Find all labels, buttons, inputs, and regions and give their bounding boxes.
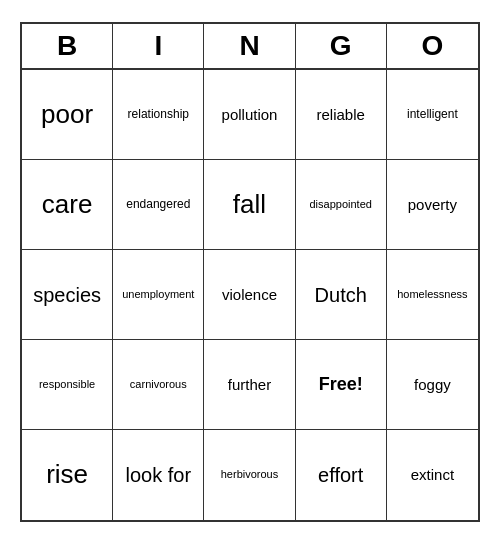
cell-text-14: homelessness <box>397 288 467 301</box>
cell-text-6: endangered <box>126 197 190 211</box>
bingo-cell-2[interactable]: pollution <box>204 70 295 160</box>
header-letter-b: B <box>22 24 113 68</box>
bingo-cell-4[interactable]: intelligent <box>387 70 478 160</box>
cell-text-12: violence <box>222 286 277 304</box>
cell-text-5: care <box>42 189 93 220</box>
bingo-cell-8[interactable]: disappointed <box>296 160 387 250</box>
bingo-header: BINGO <box>22 24 478 70</box>
cell-text-3: reliable <box>317 106 365 124</box>
cell-text-0: poor <box>41 99 93 130</box>
cell-text-8: disappointed <box>310 198 372 211</box>
cell-text-4: intelligent <box>407 107 458 121</box>
cell-text-9: poverty <box>408 196 457 214</box>
bingo-cell-1[interactable]: relationship <box>113 70 204 160</box>
bingo-cell-20[interactable]: rise <box>22 430 113 520</box>
cell-text-11: unemployment <box>122 288 194 301</box>
cell-text-20: rise <box>46 459 88 490</box>
bingo-cell-10[interactable]: species <box>22 250 113 340</box>
bingo-cell-17[interactable]: further <box>204 340 295 430</box>
bingo-cell-16[interactable]: carnivorous <box>113 340 204 430</box>
cell-text-21: look for <box>125 463 191 487</box>
bingo-cell-9[interactable]: poverty <box>387 160 478 250</box>
cell-text-18: Free! <box>319 374 363 396</box>
cell-text-1: relationship <box>128 107 189 121</box>
bingo-cell-5[interactable]: care <box>22 160 113 250</box>
bingo-cell-19[interactable]: foggy <box>387 340 478 430</box>
cell-text-13: Dutch <box>315 283 367 307</box>
bingo-cell-15[interactable]: responsible <box>22 340 113 430</box>
bingo-cell-0[interactable]: poor <box>22 70 113 160</box>
bingo-cell-12[interactable]: violence <box>204 250 295 340</box>
cell-text-10: species <box>33 283 101 307</box>
bingo-cell-13[interactable]: Dutch <box>296 250 387 340</box>
cell-text-15: responsible <box>39 378 95 391</box>
header-letter-o: O <box>387 24 478 68</box>
cell-text-24: extinct <box>411 466 454 484</box>
bingo-cell-22[interactable]: herbivorous <box>204 430 295 520</box>
header-letter-i: I <box>113 24 204 68</box>
bingo-cell-11[interactable]: unemployment <box>113 250 204 340</box>
bingo-cell-23[interactable]: effort <box>296 430 387 520</box>
cell-text-16: carnivorous <box>130 378 187 391</box>
cell-text-17: further <box>228 376 271 394</box>
bingo-grid: poorrelationshippollutionreliableintelli… <box>22 70 478 520</box>
bingo-cell-7[interactable]: fall <box>204 160 295 250</box>
cell-text-2: pollution <box>222 106 278 124</box>
bingo-cell-14[interactable]: homelessness <box>387 250 478 340</box>
bingo-card: BINGO poorrelationshippollutionreliablei… <box>20 22 480 522</box>
header-letter-n: N <box>204 24 295 68</box>
bingo-cell-3[interactable]: reliable <box>296 70 387 160</box>
cell-text-19: foggy <box>414 376 451 394</box>
bingo-cell-6[interactable]: endangered <box>113 160 204 250</box>
cell-text-7: fall <box>233 189 266 220</box>
cell-text-22: herbivorous <box>221 468 278 481</box>
header-letter-g: G <box>296 24 387 68</box>
cell-text-23: effort <box>318 463 363 487</box>
bingo-cell-18[interactable]: Free! <box>296 340 387 430</box>
bingo-cell-21[interactable]: look for <box>113 430 204 520</box>
bingo-cell-24[interactable]: extinct <box>387 430 478 520</box>
